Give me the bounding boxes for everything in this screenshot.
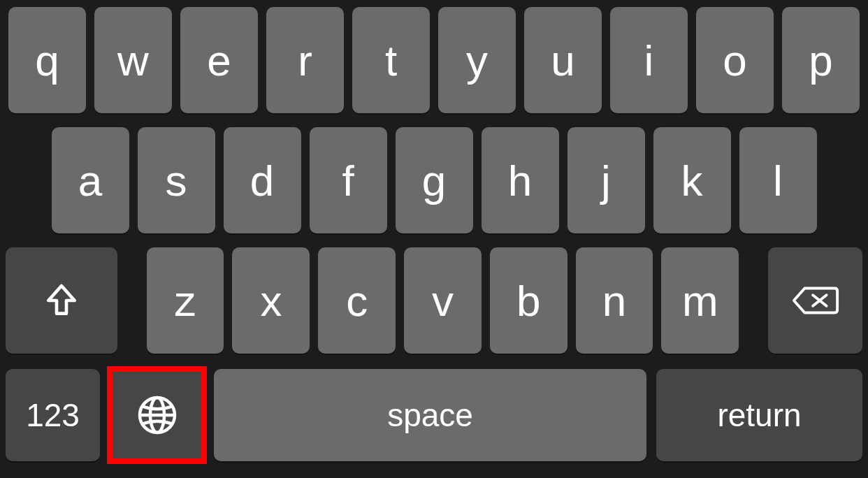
key-c[interactable]: c (318, 247, 396, 354)
key-f[interactable]: f (310, 127, 387, 233)
key-s[interactable]: s (138, 127, 215, 233)
space-key[interactable]: space (214, 369, 646, 461)
backspace-key[interactable] (768, 247, 862, 354)
return-key[interactable]: return (656, 369, 862, 461)
numbers-key[interactable]: 123 (6, 369, 100, 461)
key-t[interactable]: t (352, 7, 430, 113)
key-l[interactable]: l (739, 127, 817, 233)
key-v[interactable]: v (404, 247, 482, 354)
key-y[interactable]: y (438, 7, 516, 113)
backspace-icon (791, 284, 840, 317)
keyboard-row-4: 123 space return (6, 369, 862, 461)
key-n[interactable]: n (576, 247, 653, 354)
key-j[interactable]: j (567, 127, 645, 233)
key-w[interactable]: w (94, 7, 172, 113)
key-a[interactable]: a (52, 127, 129, 233)
keyboard: q w e r t y u i o p a s d f g h j k l z … (0, 0, 868, 478)
key-q[interactable]: q (8, 7, 86, 113)
key-g[interactable]: g (396, 127, 473, 233)
key-m[interactable]: m (661, 247, 739, 354)
key-r[interactable]: r (266, 7, 344, 113)
keyboard-row-1: q w e r t y u i o p (6, 7, 862, 113)
shift-key[interactable] (6, 247, 117, 354)
key-d[interactable]: d (224, 127, 301, 233)
spacer (126, 247, 138, 354)
keyboard-row-3: z x c v b n m (6, 247, 862, 354)
spacer (747, 247, 760, 354)
key-u[interactable]: u (524, 7, 602, 113)
key-i[interactable]: i (610, 7, 688, 113)
key-p[interactable]: p (782, 7, 860, 113)
key-h[interactable]: h (482, 127, 559, 233)
key-z[interactable]: z (147, 247, 224, 354)
key-x[interactable]: x (232, 247, 310, 354)
key-o[interactable]: o (696, 7, 774, 113)
key-b[interactable]: b (490, 247, 567, 354)
globe-key[interactable] (110, 369, 204, 461)
key-k[interactable]: k (653, 127, 731, 233)
keyboard-row-2: a s d f g h j k l (6, 127, 862, 233)
shift-icon (42, 281, 81, 320)
globe-icon (136, 394, 178, 436)
key-e[interactable]: e (180, 7, 258, 113)
